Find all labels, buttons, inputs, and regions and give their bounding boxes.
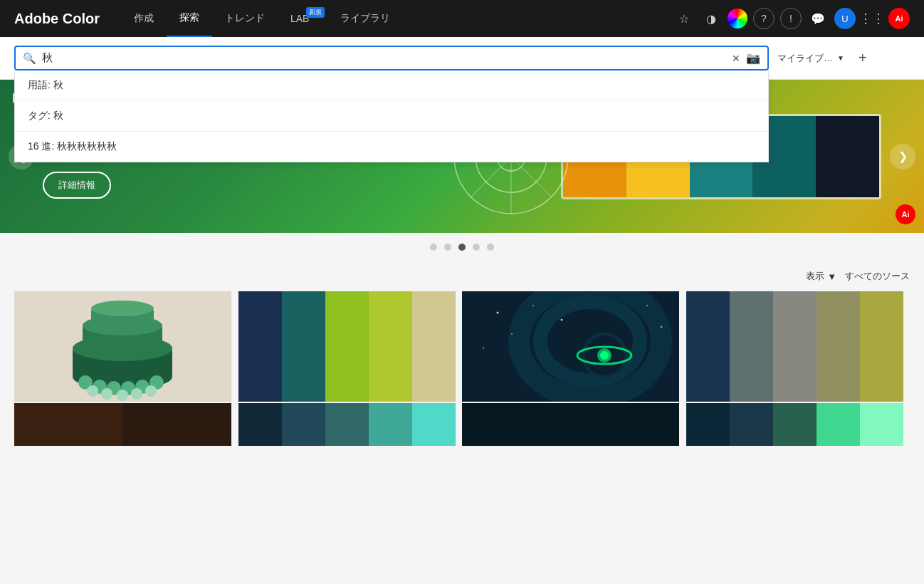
toolbar-row: 表示 ▼ すべてのソース — [0, 261, 924, 291]
svg-point-36 — [511, 333, 513, 335]
svg-point-38 — [483, 348, 484, 349]
add-button[interactable]: + — [853, 48, 873, 68]
library-selector[interactable]: マイライブ… ▼ — [777, 52, 844, 65]
svg-point-35 — [532, 305, 534, 306]
swatch-color-3 — [325, 291, 369, 402]
sort-chevron-icon: ▼ — [827, 271, 836, 282]
dot-4[interactable] — [473, 244, 480, 251]
color-wheel-icon[interactable] — [728, 9, 747, 28]
suggestions-dropdown: 用語: 秋 タグ: 秋 16 進: 秋秋秋秋秋秋 — [14, 71, 769, 162]
palette-swatch-4 — [686, 291, 903, 402]
svg-point-33 — [600, 351, 609, 360]
user-avatar[interactable]: U — [834, 8, 856, 29]
svg-point-14 — [91, 301, 154, 316]
grid-item-4[interactable] — [686, 291, 903, 402]
dot-2[interactable] — [444, 244, 451, 251]
swatch-color-2 — [730, 291, 773, 402]
sort-button[interactable]: 表示 ▼ — [806, 270, 836, 283]
camera-icon[interactable]: 📷 — [746, 51, 760, 65]
svg-rect-43 — [462, 403, 679, 446]
adobe-logo: Ai — [896, 204, 915, 224]
swatch-color-4 — [817, 291, 860, 402]
grid-row-2 — [0, 403, 924, 446]
svg-point-24 — [131, 388, 142, 400]
header-icons: ☆ ◑ ? ! 💬 U ⋮⋮ Ai — [673, 8, 910, 29]
search-area: 🔍 ✕ 📷 用語: 秋 タグ: 秋 16 進: 秋秋秋秋秋秋 マイライブ… ▼ … — [0, 37, 924, 80]
clear-icon[interactable]: ✕ — [732, 53, 740, 64]
chevron-down-icon: ▼ — [837, 54, 844, 62]
search-container: 🔍 ✕ 📷 用語: 秋 タグ: 秋 16 進: 秋秋秋秋秋秋 — [14, 46, 769, 71]
header: Adobe Color 作成 探索 トレンド LAB 新規 ライブラリ ☆ ◑ … — [0, 0, 924, 37]
svg-point-23 — [117, 390, 128, 401]
carousel-next-button[interactable]: ❯ — [890, 144, 915, 170]
palette-swatch-2 — [238, 291, 456, 402]
svg-point-21 — [87, 385, 98, 397]
swatch-color-5 — [860, 291, 903, 402]
main-nav: 作成 探索 トレンド LAB 新規 ライブラリ — [121, 0, 673, 37]
sort-label: 表示 — [806, 270, 824, 283]
swatch-color-1 — [238, 291, 282, 402]
svg-point-25 — [145, 385, 157, 397]
nav-item-trends[interactable]: トレンド — [212, 0, 278, 37]
moon-icon[interactable]: ◑ — [700, 8, 722, 29]
library-label: マイライブ… — [777, 52, 833, 65]
svg-point-40 — [661, 326, 663, 328]
grid-item-1[interactable] — [14, 291, 231, 402]
app-title: Adobe Color — [14, 11, 100, 27]
grid-item-8[interactable] — [686, 403, 903, 446]
new-badge: 新規 — [306, 7, 325, 18]
banner-detail-button[interactable]: 詳細情報 — [43, 172, 111, 199]
svg-point-39 — [646, 305, 648, 306]
nav-item-library[interactable]: ライブラリ — [327, 0, 403, 37]
swatch-color-1 — [686, 291, 730, 402]
help-icon[interactable]: ? — [753, 8, 775, 29]
search-icon: 🔍 — [23, 52, 36, 65]
grid-item-3[interactable] — [462, 291, 679, 402]
chat-icon[interactable]: 💬 — [807, 8, 829, 29]
alert-icon[interactable]: ! — [780, 8, 802, 29]
grid-area — [0, 291, 924, 402]
grid-item-6[interactable] — [238, 403, 456, 446]
svg-rect-42 — [14, 403, 122, 446]
star-icon[interactable]: ☆ — [673, 8, 695, 29]
swatch-color-3 — [773, 291, 817, 402]
suggestion-tag[interactable]: タグ: 秋 — [15, 101, 768, 132]
svg-point-37 — [561, 319, 563, 321]
grid-item-7[interactable] — [462, 403, 679, 446]
adobe-icon[interactable]: Ai — [888, 8, 910, 29]
palette-color-5 — [816, 116, 879, 197]
dot-1[interactable] — [430, 244, 437, 251]
grid-item-5[interactable] — [14, 403, 231, 446]
apps-icon[interactable]: ⋮⋮ — [861, 8, 883, 29]
swatch-color-4 — [369, 291, 412, 402]
source-button[interactable]: すべてのソース — [845, 270, 910, 283]
dot-5[interactable] — [487, 244, 494, 251]
search-input[interactable] — [42, 52, 732, 64]
swatch-color-2 — [282, 291, 325, 402]
svg-point-22 — [101, 388, 112, 400]
nav-item-create[interactable]: 作成 — [121, 0, 167, 37]
search-input-wrapper: 🔍 ✕ 📷 — [14, 46, 769, 71]
grid-item-2[interactable] — [238, 291, 456, 402]
carousel-dots — [0, 233, 924, 261]
suggestion-term[interactable]: 用語: 秋 — [15, 71, 768, 101]
svg-point-34 — [497, 312, 499, 314]
dot-3[interactable] — [458, 244, 466, 251]
suggestion-hex[interactable]: 16 進: 秋秋秋秋秋秋 — [15, 132, 768, 162]
swatch-color-5 — [412, 291, 456, 402]
nav-item-explore[interactable]: 探索 — [167, 0, 212, 37]
nav-item-lab[interactable]: LAB 新規 — [278, 0, 327, 37]
